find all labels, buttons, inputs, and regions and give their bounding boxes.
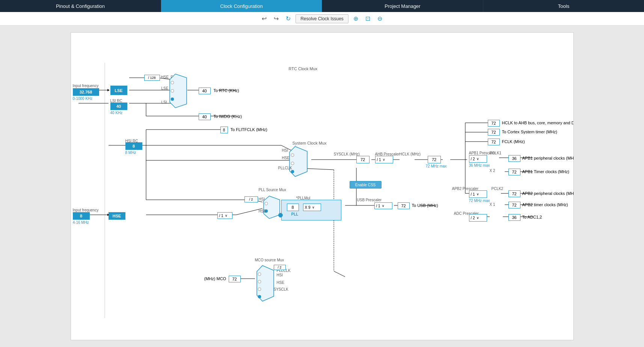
hsi-unit-label: 8 MHz (125, 151, 136, 155)
svg-point-73 (258, 295, 261, 298)
hclk-max-label: 72 MHz max (426, 164, 447, 168)
hclk-ahb-value[interactable]: 72 (488, 120, 500, 127)
apb1-div-select[interactable]: / 2 (469, 155, 487, 163)
apb2-peri-value[interactable]: 72 (508, 190, 520, 197)
rtc-mux-label: RTC Clock Mux (289, 66, 318, 71)
resolve-clock-button[interactable]: Resolve Clock Issues (296, 14, 348, 23)
input-freq-lse-label: Input frequency (73, 84, 99, 88)
apb2-peri-label: APB2 peripheral clocks (MHz) (522, 191, 574, 196)
to-rtc-value[interactable]: 40 (199, 88, 211, 94)
adc-value[interactable]: 36 (508, 214, 520, 221)
usb-div-select[interactable]: / 1 (374, 202, 392, 209)
hse-div1-select[interactable]: / 1 (217, 212, 232, 219)
apb2-x1-label: X 1 (490, 202, 495, 207)
cortex-label: To Cortex System timer (MHz) (502, 130, 557, 134)
undo-button[interactable]: ↩ (259, 14, 268, 23)
pll-hse-label: HSE (259, 209, 267, 213)
nav-tools[interactable]: Tools (483, 0, 644, 12)
to-rtc-label: To RTC (KHz) (214, 88, 239, 93)
redo-button[interactable]: ↪ (271, 14, 281, 23)
system-mux-shape (288, 145, 310, 178)
svg-point-70 (258, 273, 261, 276)
fclk-label: FCLK (MHz) (502, 139, 525, 144)
pll-input-value[interactable]: 8 (287, 204, 299, 211)
fclk-value[interactable]: 72 (488, 139, 500, 145)
hse-input-value[interactable]: 8 (73, 212, 90, 220)
svg-point-64 (291, 162, 294, 165)
to-iwdg-value[interactable]: 40 (199, 113, 211, 120)
svg-point-59 (171, 81, 174, 84)
lsi-value-box[interactable]: 40 (110, 103, 127, 110)
adc-label: To ADC1,2 (522, 215, 542, 219)
mco-hse-side-label: HSE (277, 281, 285, 285)
mco-output-value[interactable]: 72 (229, 276, 241, 282)
svg-point-67 (265, 202, 268, 205)
rtc-mux-shape (168, 72, 189, 110)
apb2-div-select[interactable]: / 1 (469, 190, 487, 198)
to-iwdg-label: To IWDG (KHz) (214, 114, 242, 119)
hse-128-box[interactable]: / 128 (144, 75, 160, 81)
apb1-peri-value[interactable]: 36 (508, 155, 520, 162)
apb2-max-label: 72 MHz max (469, 199, 490, 203)
nav-clock[interactable]: Clock Configuration (161, 0, 322, 12)
zoom-out-button[interactable]: ⊖ (376, 14, 385, 23)
apb1-timer-value[interactable]: 72 (508, 169, 520, 175)
pll-indicator (278, 213, 283, 217)
mco-div2-box[interactable]: / 2 (274, 265, 286, 270)
svg-point-65 (291, 170, 294, 173)
to-flit-value[interactable]: 8 (220, 127, 228, 133)
svg-point-60 (171, 89, 174, 92)
enable-css-button[interactable]: Enable CSS (350, 181, 382, 189)
apb2-timer-value[interactable]: 72 (508, 202, 520, 208)
pll-source-mux-label: PLL Source Mux (259, 188, 287, 192)
apb1-x2-label: X 2 (490, 169, 495, 173)
svg-marker-66 (264, 196, 280, 219)
pllclk-sysmux-label: PLLCLK (278, 166, 292, 170)
usb-prescaler-label: USB Prescaler (357, 198, 382, 202)
mco-source-mux-label: MCO source Mux (255, 258, 284, 262)
pclk2-label: PCLK2 (492, 187, 504, 191)
hsi-sysmux-label: HSI (282, 148, 288, 152)
hclk-label: HCLK (MHz) (400, 152, 421, 156)
svg-line-56 (334, 271, 345, 277)
ahb-div-select[interactable]: / 1 (375, 156, 393, 163)
pclk1-label: PCLK1 (490, 151, 502, 155)
pll-hsi-div2-box[interactable]: / 2 (244, 196, 258, 202)
lsi-unit-label: 40 KHz (110, 111, 123, 115)
hsi-value-box[interactable]: 8 (125, 142, 142, 150)
zoom-in-button[interactable]: ⊕ (351, 14, 360, 23)
lse-block[interactable]: LSE (110, 86, 127, 95)
hclk-value-box[interactable]: 72 (428, 156, 441, 163)
cortex-value[interactable]: 72 (488, 129, 500, 136)
hse-sysmux-label: HSE (282, 156, 290, 160)
adc-div-select[interactable]: / 2 (469, 214, 487, 222)
lsi-mux-label: LSI (161, 100, 167, 104)
mco-unit-label: (MHz) MCO (204, 276, 226, 281)
fit-button[interactable]: ⊡ (363, 14, 373, 23)
svg-point-63 (291, 154, 294, 157)
svg-point-72 (258, 288, 261, 291)
usb-value[interactable]: 72 (398, 202, 410, 209)
pll-mul-select[interactable]: X 9 (303, 204, 321, 211)
lse-range-label: 0-1000 KHz (73, 97, 93, 101)
mco-sysclk-side-label: SYSCLK (274, 287, 288, 291)
lse-value-box[interactable]: 32.768 (73, 88, 99, 96)
input-freq-hse-label: Input frequency (73, 208, 99, 212)
svg-point-71 (258, 280, 261, 283)
svg-point-61 (171, 98, 174, 101)
apb1-max-label: 36 MHz max (469, 163, 490, 167)
top-navigation: Pinout & Configuration Clock Configurati… (0, 0, 644, 12)
main-content: Input frequency 32.768 0-1000 KHz LSE LS… (0, 26, 644, 347)
hse-block[interactable]: HSE (109, 212, 125, 220)
nav-pinout[interactable]: Pinout & Configuration (0, 0, 161, 12)
toolbar: ↩ ↪ ↻ Resolve Clock Issues ⊕ ⊡ ⊖ (0, 12, 644, 26)
nav-project[interactable]: Project Manager (322, 0, 483, 12)
sysclk-value-box[interactable]: 72 (356, 156, 370, 163)
clock-diagram: Input frequency 32.768 0-1000 KHz LSE LS… (71, 32, 574, 340)
apb2-timer-label: APB2 timer clocks (MHz) (522, 202, 568, 207)
apb1-peri-label: APB1 peripheral clocks (MHz) (522, 156, 574, 160)
to-flit-label: To FLITFCLK (MHz) (231, 127, 267, 132)
mco-mux-shape (255, 264, 276, 303)
refresh-button[interactable]: ↻ (284, 14, 293, 23)
usb-label: To USB (MHz) (412, 203, 438, 208)
